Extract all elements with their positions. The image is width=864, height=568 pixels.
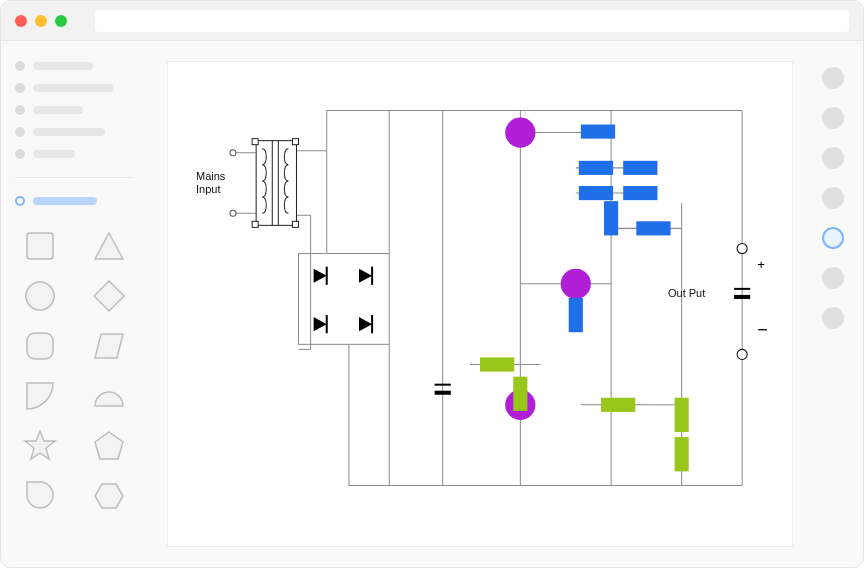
svg-rect-4 xyxy=(27,333,53,359)
svg-marker-45 xyxy=(359,269,372,283)
svg-point-56 xyxy=(561,269,591,299)
tool-slot-4[interactable] xyxy=(822,227,844,249)
window-controls xyxy=(15,15,67,27)
svg-rect-66 xyxy=(480,357,514,371)
minimize-button[interactable] xyxy=(35,15,47,27)
shape-pentagon[interactable] xyxy=(84,428,133,464)
diode-icon xyxy=(314,267,372,334)
svg-point-71 xyxy=(737,244,747,254)
svg-marker-5 xyxy=(95,334,123,358)
shape-parallelogram[interactable] xyxy=(84,328,133,364)
svg-marker-43 xyxy=(314,269,327,283)
shape-palette xyxy=(15,224,133,514)
canvas-area: + − Mains Input Out Put xyxy=(147,41,803,567)
layer-label xyxy=(33,84,113,92)
svg-rect-0 xyxy=(27,233,53,259)
shape-star[interactable] xyxy=(15,428,64,464)
tool-slot-6[interactable] xyxy=(822,307,844,329)
left-panel xyxy=(1,41,147,567)
tool-slot-5[interactable] xyxy=(822,267,844,289)
svg-marker-8 xyxy=(95,484,123,508)
svg-rect-68 xyxy=(601,398,635,412)
shape-square[interactable] xyxy=(15,228,64,264)
layer-list xyxy=(15,61,133,159)
svg-rect-58 xyxy=(581,125,615,139)
bullet-icon xyxy=(15,105,25,115)
layer-label xyxy=(33,62,93,70)
svg-marker-6 xyxy=(25,431,55,459)
svg-rect-41 xyxy=(292,139,298,145)
app-window: + − Mains Input Out Put xyxy=(0,0,864,568)
svg-marker-49 xyxy=(359,317,372,331)
active-layer-label xyxy=(33,197,97,205)
titlebar xyxy=(1,1,863,41)
shape-teardrop[interactable] xyxy=(15,478,64,514)
svg-rect-65 xyxy=(569,298,583,332)
shape-triangle[interactable] xyxy=(84,228,133,264)
svg-rect-63 xyxy=(604,201,618,235)
tool-slot-0[interactable] xyxy=(822,67,844,89)
svg-marker-3 xyxy=(94,281,124,311)
url-bar[interactable] xyxy=(95,10,849,32)
svg-rect-62 xyxy=(623,186,657,200)
svg-point-55 xyxy=(505,117,535,147)
circuit-diagram: + − Mains Input Out Put xyxy=(168,62,792,546)
svg-text:−: − xyxy=(757,320,768,340)
svg-rect-15 xyxy=(299,254,390,345)
layer-row[interactable] xyxy=(15,105,133,115)
layer-label xyxy=(33,150,75,158)
close-button[interactable] xyxy=(15,15,27,27)
svg-rect-39 xyxy=(252,139,258,145)
svg-point-76 xyxy=(230,210,236,216)
svg-point-2 xyxy=(26,282,54,310)
label-output: Out Put xyxy=(668,287,705,300)
active-layer-row[interactable] xyxy=(15,196,133,206)
svg-point-75 xyxy=(230,150,236,156)
layer-row[interactable] xyxy=(15,127,133,137)
capacitor-icon xyxy=(435,289,751,393)
right-panel xyxy=(803,41,863,567)
radio-icon xyxy=(15,196,25,206)
layer-row[interactable] xyxy=(15,61,133,71)
canvas[interactable]: + − Mains Input Out Put xyxy=(167,61,793,547)
zoom-button[interactable] xyxy=(55,15,67,27)
svg-rect-64 xyxy=(636,221,670,235)
transistor-node-icon xyxy=(505,117,591,420)
bullet-icon xyxy=(15,61,25,71)
bullet-icon xyxy=(15,149,25,159)
bullet-icon xyxy=(15,127,25,137)
label-mains-input: Mains Input xyxy=(196,170,225,196)
svg-point-73 xyxy=(737,349,747,359)
layer-label xyxy=(33,106,83,114)
svg-rect-42 xyxy=(292,221,298,227)
shape-rounded-square[interactable] xyxy=(15,328,64,364)
layer-label xyxy=(33,128,105,136)
svg-rect-61 xyxy=(579,186,613,200)
svg-rect-60 xyxy=(623,161,657,175)
shape-quarter-circle[interactable] xyxy=(15,378,64,414)
transformer-icon xyxy=(252,139,298,228)
layer-row[interactable] xyxy=(15,83,133,93)
svg-rect-40 xyxy=(252,221,258,227)
svg-text:+: + xyxy=(757,257,765,272)
tool-slot-1[interactable] xyxy=(822,107,844,129)
svg-rect-67 xyxy=(513,377,527,411)
main-body: + − Mains Input Out Put xyxy=(1,41,863,567)
svg-marker-47 xyxy=(314,317,327,331)
shape-hexagon[interactable] xyxy=(84,478,133,514)
svg-marker-1 xyxy=(95,233,123,259)
layer-row[interactable] xyxy=(15,149,133,159)
shape-half-circle[interactable] xyxy=(84,378,133,414)
circuit-svg: + − xyxy=(168,62,792,546)
svg-rect-69 xyxy=(675,398,689,432)
bullet-icon xyxy=(15,83,25,93)
svg-rect-70 xyxy=(675,437,689,471)
shape-circle[interactable] xyxy=(15,278,64,314)
shape-diamond[interactable] xyxy=(84,278,133,314)
tool-slot-3[interactable] xyxy=(822,187,844,209)
tool-slot-2[interactable] xyxy=(822,147,844,169)
divider xyxy=(15,177,133,178)
svg-rect-36 xyxy=(256,141,296,226)
svg-rect-59 xyxy=(579,161,613,175)
svg-marker-7 xyxy=(95,432,123,459)
